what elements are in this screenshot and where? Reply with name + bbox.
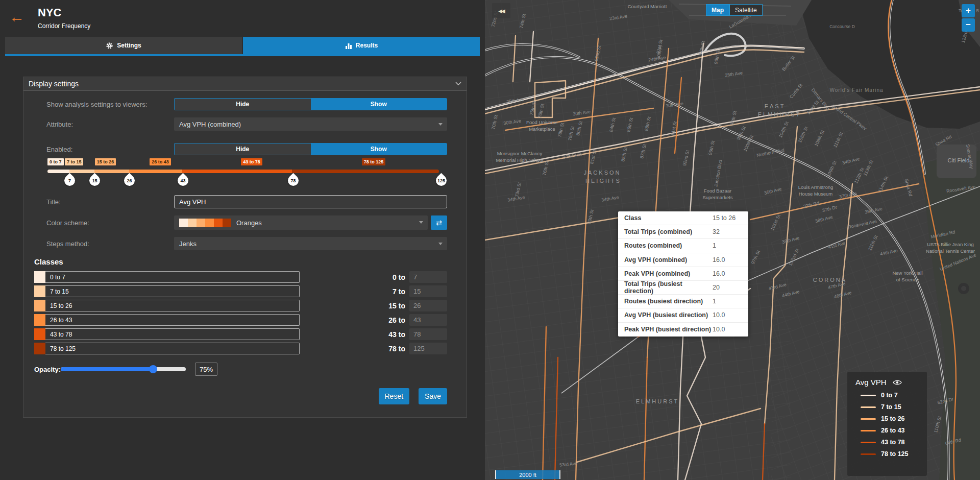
page-subtitle: Corridor Frequency (38, 22, 90, 30)
eye-icon[interactable] (893, 379, 902, 386)
tooltip-value: 15 to 26 (713, 214, 742, 222)
opacity-slider-thumb[interactable] (149, 365, 157, 373)
legend-line-swatch (861, 418, 876, 420)
class-break-marker[interactable]: 43 (176, 173, 191, 188)
class-break-marker[interactable]: 26 (122, 173, 137, 188)
map-label: Concourse D (829, 24, 855, 29)
tooltip-row: Routes (combined) 1 (618, 239, 748, 253)
class-from-label: 0 to (393, 273, 405, 281)
class-from-label: 43 to (388, 330, 405, 339)
class-upper-bound-input[interactable] (409, 285, 447, 297)
tooltip-label: Peak VPH (combined) (624, 270, 713, 277)
tab-results-label: Results (356, 42, 378, 49)
map-label: Monsignor McClancy (497, 151, 543, 156)
opacity-slider-fill (61, 367, 153, 371)
class-break-marker[interactable]: 15 (87, 173, 103, 188)
bar-chart-icon (345, 42, 352, 49)
class-upper-bound-input[interactable] (409, 328, 447, 340)
legend-entry: 43 to 78 (861, 439, 927, 446)
show-analysis-hide-button[interactable]: Hide (175, 99, 311, 110)
class-break-marker[interactable]: 78 (286, 173, 301, 188)
map-label: World's Fair Marina (829, 87, 883, 93)
legend-line-swatch (861, 430, 876, 431)
class-upper-bound-input[interactable] (409, 314, 447, 326)
class-break-track[interactable] (47, 170, 439, 173)
class-range-label: 15 to 26 (45, 300, 300, 311)
class-break-marker[interactable]: 7 (62, 173, 78, 188)
color-scheme-value: Oranges (236, 219, 262, 227)
class-from-label: 7 to (393, 287, 405, 296)
class-color-swatch (34, 314, 45, 326)
attribute-select[interactable]: Avg VPH (combined) (174, 117, 447, 131)
steps-method-label: Steps method: (46, 240, 174, 248)
enabled-show-button[interactable]: Show (311, 143, 447, 155)
class-from-label: 26 to (388, 316, 405, 324)
tab-settings[interactable]: Settings (5, 37, 242, 54)
enabled-hide-button[interactable]: Hide (175, 143, 311, 155)
map-label: JACKSON (584, 170, 621, 176)
tooltip-row: Class 15 to 26 (618, 211, 748, 225)
map-label: Food Universe (526, 119, 558, 125)
class-break-chip: 15 to 26 (95, 158, 116, 165)
page-title: NYC (38, 6, 90, 19)
show-analysis-show-button[interactable]: Show (311, 99, 447, 110)
chevron-down-icon[interactable] (455, 82, 461, 86)
steps-method-select[interactable]: Jenks (174, 237, 447, 250)
save-button[interactable]: Save (419, 388, 447, 404)
map-legend: Avg VPH 0 to 7 7 to 15 15 to 26 26 to 43… (847, 372, 927, 476)
map-label: USTA Billie Jean King (927, 242, 974, 247)
satellite-view-button[interactable]: Satellite (729, 4, 763, 16)
tab-results[interactable]: Results (243, 37, 480, 54)
feature-tooltip: Class 15 to 26Total Trips (combined) 32R… (618, 211, 748, 337)
class-color-swatch (34, 271, 45, 283)
opacity-value: 75% (195, 363, 217, 376)
class-upper-bound-input[interactable] (409, 271, 447, 283)
reset-button[interactable]: Reset (379, 388, 410, 404)
collapse-panel-button[interactable]: ◀◀ (492, 3, 510, 18)
display-settings-title: Display settings (29, 80, 79, 88)
map-label: New York Hall (892, 270, 922, 276)
map-canvas[interactable]: JACKSONHEIGHTSEASTELMHURSTCORONAELMHURST… (485, 0, 980, 480)
class-range-box[interactable]: 78 to 125 (34, 343, 300, 354)
legend-entry: 7 to 15 (861, 403, 927, 411)
legend-entry: 26 to 43 (861, 427, 927, 434)
class-row: 43 to 78 43 to (34, 328, 447, 340)
map-scale-bar: 2000 ft (495, 470, 560, 479)
class-range-box[interactable]: 26 to 43 (34, 314, 300, 326)
tab-bar: Settings Results (5, 37, 480, 56)
class-break-slider[interactable]: 0 to 77 to 1515 to 2626 to 4343 to 7878 … (34, 158, 446, 192)
color-scheme-select[interactable]: Oranges (174, 215, 428, 230)
class-color-swatch (34, 300, 45, 311)
reverse-colors-button[interactable]: ⇄ (431, 215, 447, 230)
zoom-out-button[interactable]: − (962, 18, 975, 32)
opacity-slider[interactable] (61, 367, 186, 371)
tooltip-value: 10.0 (713, 326, 742, 333)
tab-settings-label: Settings (117, 42, 141, 49)
tooltip-label: Total Trips (combined) (624, 228, 713, 235)
title-label: Title: (46, 198, 174, 206)
map-label: ELMHURST (758, 111, 801, 117)
class-range-box[interactable]: 7 to 15 (34, 285, 300, 297)
map-label: National Tennis Center (926, 248, 975, 254)
display-settings-header[interactable]: Display settings (23, 77, 467, 91)
map-view-button[interactable]: Map (706, 4, 729, 16)
enabled-toggle: Hide Show (174, 143, 447, 155)
class-upper-bound-input[interactable] (409, 343, 447, 354)
tooltip-label: Class (624, 214, 713, 222)
class-upper-bound-input[interactable] (409, 300, 447, 311)
class-range-box[interactable]: 0 to 7 (34, 271, 300, 283)
show-analysis-label: Show analysis settings to viewers: (46, 101, 174, 108)
back-arrow-icon[interactable]: ← (9, 9, 24, 25)
class-break-marker[interactable]: 125 (433, 173, 449, 188)
class-range-box[interactable]: 43 to 78 (34, 328, 300, 340)
tooltip-row: Avg VPH (combined) 16.0 (618, 253, 748, 267)
class-row: 0 to 7 0 to (34, 271, 447, 283)
class-range-box[interactable]: 15 to 26 (34, 300, 300, 311)
title-input[interactable] (174, 195, 447, 208)
tooltip-value: 16.0 (713, 270, 742, 277)
class-break-chip: 78 to 125 (362, 158, 386, 165)
zoom-in-button[interactable]: + (962, 4, 975, 17)
select-caret-icon (419, 221, 423, 224)
legend-entry-label: 26 to 43 (881, 427, 905, 434)
class-color-swatch (34, 328, 45, 340)
